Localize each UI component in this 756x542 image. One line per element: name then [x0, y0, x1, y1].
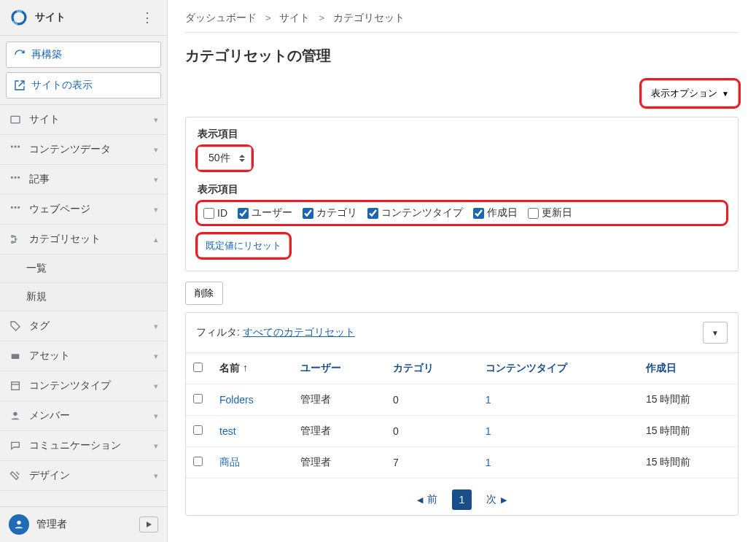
cell-created: 15 時間前 [639, 447, 738, 479]
articles-icon [9, 173, 22, 186]
sidebar-item-label: コンテンツデータ [29, 143, 111, 156]
table-row: test管理者0115 時間前 [186, 416, 738, 447]
column-toggle-content-type[interactable]: コンテンツタイプ [367, 206, 463, 220]
column-toggle-created[interactable]: 作成日 [473, 206, 518, 220]
svg-point-17 [13, 412, 17, 416]
display-options-button[interactable]: 表示オプション ▼ [642, 80, 739, 107]
rebuild-button[interactable]: 再構築 [6, 42, 161, 68]
row-checkbox[interactable] [193, 425, 203, 435]
sidebar-item-label: カテゴリセット [29, 233, 101, 246]
sidebar-item-content-type[interactable]: コンテンツタイプ ▾ [0, 371, 167, 401]
checkbox-created[interactable] [473, 208, 484, 219]
chevron-down-icon: ▾ [154, 382, 158, 391]
sidebar-nav: サイト ▾ コンテンツデータ ▾ 記事 ▾ ウェブページ ▾ カテゴリセット [0, 105, 167, 506]
filter-current-link[interactable]: すべてのカテゴリセット [243, 326, 355, 339]
cell-category: 0 [386, 384, 478, 416]
pagination-next[interactable]: 次 ▶ [479, 489, 514, 511]
cell-user: 管理者 [293, 384, 386, 416]
sidebar-subitem-list[interactable]: 一覧 [0, 255, 167, 283]
cell-category: 7 [386, 447, 478, 479]
col-header-category[interactable]: カテゴリ [386, 353, 478, 384]
breadcrumb-item[interactable]: ダッシュボード [185, 12, 257, 23]
chevron-down-icon: ▾ [154, 352, 158, 361]
data-icon [9, 143, 22, 156]
breadcrumb-item[interactable]: サイト [279, 12, 310, 23]
svg-point-18 [17, 521, 20, 524]
play-button-icon[interactable] [139, 516, 158, 533]
sort-asc-icon: ↑ [243, 362, 248, 373]
display-options-panel: 表示項目 50件 表示項目 ID ユーザー カテゴリ コンテンツタイプ 作成日 … [185, 117, 739, 271]
col-header-user[interactable]: ユーザー [293, 353, 386, 384]
tag-icon [9, 320, 22, 333]
breadcrumb-item: カテゴリセット [333, 12, 405, 23]
per-page-value: 50件 [209, 152, 230, 165]
sidebar-item-content-data[interactable]: コンテンツデータ ▾ [0, 135, 167, 165]
svg-rect-3 [11, 146, 13, 148]
sidebar-item-label: デザイン [29, 469, 70, 482]
table-row: 商品管理者7115 時間前 [186, 447, 738, 479]
per-page-select[interactable]: 50件 [198, 147, 252, 170]
column-toggle-id[interactable]: ID [203, 207, 227, 219]
select-all-checkbox[interactable] [193, 363, 203, 372]
pagination-prev[interactable]: ◀ 前 [410, 489, 445, 511]
sidebar-item-webpages[interactable]: ウェブページ ▾ [0, 195, 167, 225]
chevron-up-icon: ▴ [154, 235, 158, 244]
filter-expand-button[interactable]: ▼ [703, 322, 728, 344]
chevron-down-icon: ▾ [154, 322, 158, 331]
sidebar-item-communication[interactable]: コミュニケーション ▾ [0, 431, 167, 461]
column-toggle-updated[interactable]: 更新日 [528, 206, 572, 220]
chevron-left-icon: ◀ [417, 495, 423, 505]
row-checkbox[interactable] [193, 394, 203, 403]
column-toggle-user[interactable]: ユーザー [238, 206, 292, 220]
sidebar-item-category-set[interactable]: カテゴリセット ▴ [0, 225, 167, 255]
delete-button[interactable]: 削除 [185, 282, 223, 305]
sidebar-item-site[interactable]: サイト ▾ [0, 105, 167, 135]
table-row: Folders管理者0115 時間前 [186, 384, 738, 416]
refresh-icon [14, 49, 26, 61]
breadcrumb-sep: > [319, 12, 324, 23]
reset-defaults-button[interactable]: 既定値にリセット [198, 234, 289, 258]
category-set-icon [9, 233, 22, 246]
page-title: カテゴリセットの管理 [185, 46, 739, 66]
display-options-label: 表示オプション [651, 87, 717, 100]
cell-name[interactable]: test [212, 416, 293, 447]
col-header-created[interactable]: 作成日 [639, 353, 738, 384]
sidebar-title: サイト [35, 11, 138, 24]
row-checkbox[interactable] [193, 457, 203, 466]
cell-content-type: 1 [478, 384, 639, 416]
cell-user: 管理者 [293, 416, 386, 447]
svg-rect-7 [15, 177, 17, 179]
view-site-label: サイトの表示 [31, 79, 93, 92]
sidebar-item-members[interactable]: メンバー ▾ [0, 401, 167, 431]
main-content: ダッシュボード > サイト > カテゴリセット カテゴリセットの管理 表示オプシ… [168, 0, 756, 542]
sidebar-header: サイト ⋮ [0, 0, 167, 36]
sidebar-subitem-new[interactable]: 新規 [0, 283, 167, 311]
sidebar-item-articles[interactable]: 記事 ▾ [0, 165, 167, 195]
select-arrows-icon [239, 155, 245, 162]
checkbox-updated[interactable] [528, 208, 539, 219]
checkbox-user[interactable] [238, 208, 249, 219]
svg-rect-4 [15, 146, 17, 148]
pagination-page-current[interactable]: 1 [452, 489, 472, 510]
col-header-name[interactable]: 名前 ↑ [212, 353, 293, 384]
sidebar-item-tags[interactable]: タグ ▾ [0, 311, 167, 341]
cell-name[interactable]: Folders [212, 384, 293, 416]
checkbox-category[interactable] [303, 208, 313, 219]
checkbox-id[interactable] [203, 208, 214, 219]
checkbox-content-type[interactable] [367, 208, 378, 219]
chevron-down-icon: ▾ [154, 471, 158, 481]
col-header-content-type[interactable]: コンテンツタイプ [478, 353, 639, 384]
sidebar: サイト ⋮ 再構築 サイトの表示 サイト ▾ [0, 0, 168, 542]
view-site-button[interactable]: サイトの表示 [6, 72, 161, 98]
chevron-down-icon: ▾ [154, 411, 158, 421]
sidebar-actions: 再構築 サイトの表示 [0, 36, 167, 105]
avatar[interactable] [9, 514, 29, 535]
column-toggle-category[interactable]: カテゴリ [303, 206, 357, 220]
chevron-right-icon: ▶ [501, 495, 507, 505]
caret-down-icon: ▼ [722, 90, 729, 98]
sidebar-item-assets[interactable]: アセット ▾ [0, 341, 167, 371]
cell-name[interactable]: 商品 [212, 447, 293, 479]
sidebar-item-design[interactable]: デザイン ▾ [0, 461, 167, 491]
more-menu-icon[interactable]: ⋮ [138, 9, 158, 26]
caret-down-icon: ▼ [712, 329, 719, 337]
